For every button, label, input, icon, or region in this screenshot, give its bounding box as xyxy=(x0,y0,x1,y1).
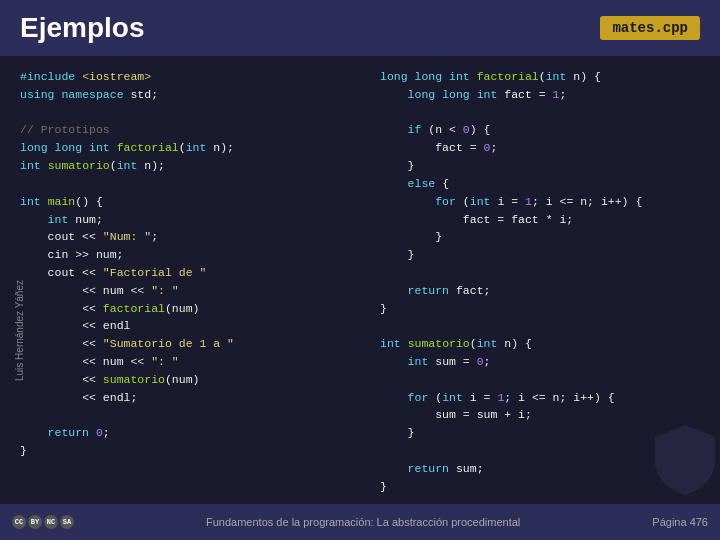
cc-icons: CC BY NC SA xyxy=(12,515,74,529)
right-code: long long int factorial(int n) { long lo… xyxy=(380,68,700,496)
sum-for: for (int i = 1; i <= n; i++) { xyxy=(380,389,700,407)
header: Ejemplos mates.cpp xyxy=(0,0,720,56)
sa-icon: SA xyxy=(60,515,74,529)
fact-if: if (n < 0) { xyxy=(380,121,700,139)
blank2 xyxy=(20,175,340,193)
footer: CC BY NC SA Fundamentos de la programaci… xyxy=(0,504,720,540)
main-cout2h: << endl; xyxy=(20,389,340,407)
proto-comment: // Prototipos xyxy=(20,121,340,139)
cc-badge: CC BY NC SA xyxy=(12,515,74,529)
main-return: return 0; xyxy=(20,424,340,442)
fact-close: } xyxy=(380,300,700,318)
fact-sig: long long int factorial(int n) { xyxy=(380,68,700,86)
fact-if-body: fact = 0; xyxy=(380,139,700,157)
sum-for-body: sum = sum + i; xyxy=(380,406,700,424)
left-code: #include <iostream> using namespace std;… xyxy=(20,68,340,460)
main-cout2a: cout << "Factorial de " xyxy=(20,264,340,282)
blank-r3 xyxy=(380,317,700,335)
sum-sig: int sumatorio(int n) { xyxy=(380,335,700,353)
blank-r2 xyxy=(380,264,700,282)
main-cout2f: << num << ": " xyxy=(20,353,340,371)
proto-fact: long long int factorial(int n); xyxy=(20,139,340,157)
right-column: long long int factorial(int n) { long lo… xyxy=(360,68,700,498)
page-number: Página 476 xyxy=(652,516,708,528)
sum-for-close: } xyxy=(380,424,700,442)
author-label: Luis Hernández Yáñez xyxy=(14,280,25,381)
blank-r1 xyxy=(380,104,700,122)
cc-icon: CC xyxy=(12,515,26,529)
main-content: #include <iostream> using namespace std;… xyxy=(0,56,720,506)
blank1 xyxy=(20,104,340,122)
fact-for-body: fact = fact * i; xyxy=(380,211,700,229)
filename-badge: mates.cpp xyxy=(600,16,700,40)
fact-for: for (int i = 1; i <= n; i++) { xyxy=(380,193,700,211)
fact-if-close: } xyxy=(380,157,700,175)
fact-else: else { xyxy=(380,175,700,193)
by-icon: BY xyxy=(28,515,42,529)
left-column: #include <iostream> using namespace std;… xyxy=(20,68,360,498)
fact-else-close: } xyxy=(380,246,700,264)
sum-close: } xyxy=(380,478,700,496)
fact-init: long long int fact = 1; xyxy=(380,86,700,104)
blank-r5 xyxy=(380,442,700,460)
include-line: #include <iostream> xyxy=(20,68,340,86)
blank-r4 xyxy=(380,371,700,389)
fact-return: return fact; xyxy=(380,282,700,300)
sum-return: return sum; xyxy=(380,460,700,478)
main-cout2c: << factorial(num) xyxy=(20,300,340,318)
sum-init: int sum = 0; xyxy=(380,353,700,371)
main-cout2e: << "Sumatorio de 1 a " xyxy=(20,335,340,353)
fact-for-close: } xyxy=(380,228,700,246)
main-cout1: cout << "Num: "; xyxy=(20,228,340,246)
using-line: using namespace std; xyxy=(20,86,340,104)
footer-description: Fundamentos de la programación: La abstr… xyxy=(84,516,642,528)
proto-sum: int sumatorio(int n); xyxy=(20,157,340,175)
page-title: Ejemplos xyxy=(20,12,144,44)
main-cin: cin >> num; xyxy=(20,246,340,264)
nc-icon: NC xyxy=(44,515,58,529)
main-open: int main() { xyxy=(20,193,340,211)
main-cout2d: << endl xyxy=(20,317,340,335)
blank3 xyxy=(20,406,340,424)
main-cout2b: << num << ": " xyxy=(20,282,340,300)
main-intnum: int num; xyxy=(20,211,340,229)
main-cout2g: << sumatorio(num) xyxy=(20,371,340,389)
main-close: } xyxy=(20,442,340,460)
watermark xyxy=(655,425,715,500)
